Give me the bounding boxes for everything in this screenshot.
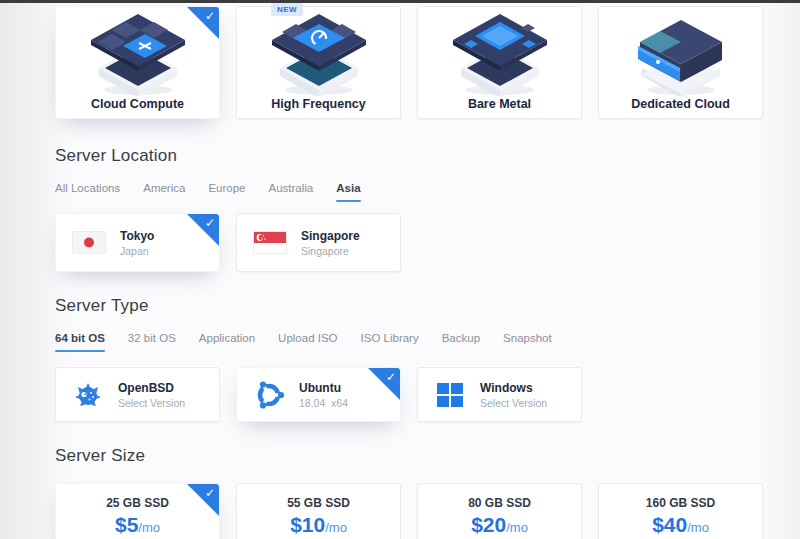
os-version: 18.04 x64 <box>299 397 348 409</box>
price-amount: $20 <box>471 513 506 536</box>
os-name: Windows <box>480 380 547 397</box>
tab-europe[interactable]: Europe <box>208 182 245 202</box>
location-text: Singapore Singapore <box>301 228 360 257</box>
size-card-160gb[interactable]: 160 GB SSD $40/mo <box>598 483 763 539</box>
product-card-cloud-compute[interactable]: Cloud Compute ✓ <box>55 6 220 119</box>
size-card-80gb[interactable]: 80 GB SSD $20/mo <box>417 483 582 539</box>
location-name: Tokyo <box>120 228 154 245</box>
dedicated-cloud-illustration <box>616 10 746 96</box>
os-version: Select Version <box>118 397 185 409</box>
location-card-singapore[interactable]: Singapore Singapore <box>236 213 401 272</box>
location-tabs: All Locations America Europe Australia A… <box>55 182 361 202</box>
size-price: $20/mo <box>418 513 581 537</box>
openbsd-icon <box>72 379 104 411</box>
os-text: Windows Select Version <box>480 380 547 409</box>
singapore-flag-icon <box>253 231 287 254</box>
check-icon: ✓ <box>386 370 396 384</box>
windows-icon <box>434 379 466 411</box>
check-icon: ✓ <box>205 486 215 500</box>
price-period: /mo <box>687 520 709 535</box>
os-text: OpenBSD Select Version <box>118 380 185 409</box>
size-storage: 55 GB SSD <box>237 496 400 510</box>
tab-application[interactable]: Application <box>199 332 255 352</box>
deploy-server-page: Cloud Compute ✓ NEW High Frequency <box>0 0 800 539</box>
product-type-row: Cloud Compute ✓ NEW High Frequency <box>55 6 763 119</box>
os-row: OpenBSD Select Version Ubuntu 18.04 x64 <box>55 367 763 422</box>
tab-32-bit-os[interactable]: 32 bit OS <box>128 332 176 352</box>
price-period: /mo <box>506 520 528 535</box>
server-size-heading: Server Size <box>55 446 145 466</box>
location-card-tokyo[interactable]: Tokyo Japan ✓ <box>55 213 220 272</box>
japan-flag-icon <box>72 231 106 254</box>
product-card-dedicated-cloud[interactable]: Dedicated Cloud <box>598 6 763 119</box>
location-name: Singapore <box>301 228 360 245</box>
product-label: Dedicated Cloud <box>599 97 762 111</box>
tab-snapshot[interactable]: Snapshot <box>503 332 552 352</box>
server-location-heading: Server Location <box>55 146 177 166</box>
server-type-tabs: 64 bit OS 32 bit OS Application Upload I… <box>55 332 552 352</box>
location-country: Singapore <box>301 245 360 257</box>
server-type-heading: Server Type <box>55 296 149 316</box>
size-card-25gb[interactable]: 25 GB SSD $5/mo ✓ <box>55 483 220 539</box>
os-card-ubuntu[interactable]: Ubuntu 18.04 x64 ✓ <box>236 367 401 422</box>
product-card-high-frequency[interactable]: NEW High Frequency <box>236 6 401 119</box>
os-card-openbsd[interactable]: OpenBSD Select Version <box>55 367 220 422</box>
top-window-strip <box>0 0 800 3</box>
price-amount: $5 <box>115 513 138 536</box>
tab-upload-iso[interactable]: Upload ISO <box>278 332 337 352</box>
tab-iso-library[interactable]: ISO Library <box>361 332 419 352</box>
size-storage: 160 GB SSD <box>599 496 762 510</box>
ubuntu-icon <box>253 379 285 411</box>
os-version: Select Version <box>480 397 547 409</box>
check-icon: ✓ <box>205 216 215 230</box>
os-card-windows[interactable]: Windows Select Version <box>417 367 582 422</box>
selected-corner: ✓ <box>187 214 219 246</box>
bare-metal-illustration <box>435 10 565 96</box>
tab-america[interactable]: America <box>143 182 185 202</box>
size-price: $10/mo <box>237 513 400 537</box>
price-period: /mo <box>138 520 160 535</box>
tab-australia[interactable]: Australia <box>269 182 314 202</box>
location-text: Tokyo Japan <box>120 228 154 257</box>
size-storage: 80 GB SSD <box>418 496 581 510</box>
price-amount: $10 <box>290 513 325 536</box>
location-row: Tokyo Japan ✓ Singapore Singapore <box>55 213 763 272</box>
size-storage: 25 GB SSD <box>56 496 219 510</box>
product-label: Cloud Compute <box>56 97 219 111</box>
tab-all-locations[interactable]: All Locations <box>55 182 120 202</box>
size-card-55gb[interactable]: 55 GB SSD $10/mo <box>236 483 401 539</box>
location-country: Japan <box>120 245 154 257</box>
tab-asia[interactable]: Asia <box>336 182 360 202</box>
size-price: $5/mo <box>56 513 219 537</box>
os-name: Ubuntu <box>299 380 348 397</box>
product-card-bare-metal[interactable]: Bare Metal <box>417 6 582 119</box>
price-period: /mo <box>325 520 347 535</box>
product-label: High Frequency <box>237 97 400 111</box>
os-text: Ubuntu 18.04 x64 <box>299 380 348 409</box>
size-row: 25 GB SSD $5/mo ✓ 55 GB SSD $10/mo 80 GB… <box>55 483 763 539</box>
size-price: $40/mo <box>599 513 762 537</box>
cloud-compute-illustration <box>73 10 203 96</box>
price-amount: $40 <box>652 513 687 536</box>
tab-64-bit-os[interactable]: 64 bit OS <box>55 332 105 352</box>
tab-backup[interactable]: Backup <box>442 332 480 352</box>
high-frequency-illustration <box>254 10 384 96</box>
check-icon: ✓ <box>205 9 215 23</box>
new-badge: NEW <box>271 3 303 16</box>
selected-corner: ✓ <box>368 368 400 400</box>
os-name: OpenBSD <box>118 380 185 397</box>
product-label: Bare Metal <box>418 97 581 111</box>
